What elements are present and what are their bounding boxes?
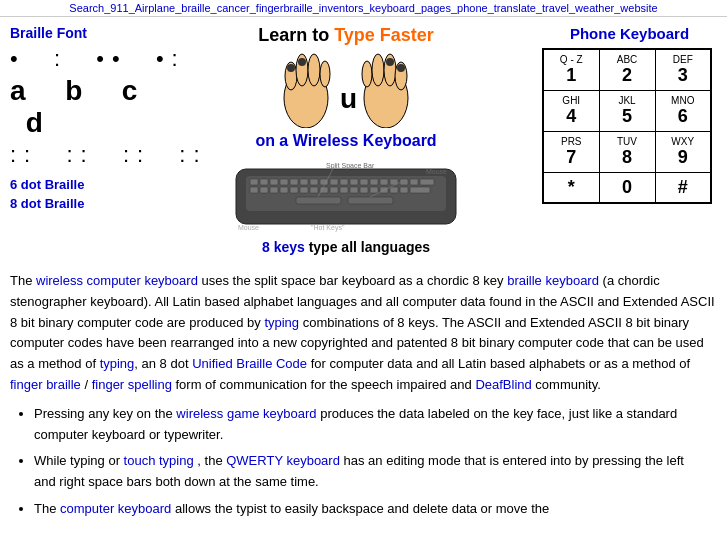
phone-key-def3-letters: DEF [658,54,709,65]
phone-key-abc2-number: 2 [602,65,653,86]
phone-key-mno6-letters: MNO [658,95,709,106]
phone-key-mno6-number: 6 [658,106,709,127]
svg-point-8 [362,61,372,87]
phone-key-star-number: * [546,177,597,198]
svg-rect-21 [290,179,298,185]
title-type-faster: Type Faster [334,25,434,45]
svg-rect-43 [330,187,338,193]
svg-rect-51 [410,187,430,193]
phone-key-tuv8-letters: TUV [602,136,653,147]
deafblind-link[interactable]: DeafBlind [475,377,531,392]
phone-key-wxy9-letters: WXY [658,136,709,147]
svg-rect-28 [360,179,368,185]
svg-rect-22 [300,179,308,185]
braille-letters: a b c d [10,75,150,139]
svg-point-13 [397,64,405,72]
bullet-item-1: Pressing any key on the wireless game ke… [34,404,707,446]
svg-text:Split Space Bar: Split Space Bar [326,162,375,170]
title-learn: Learn to [258,25,334,45]
svg-rect-52 [296,197,341,204]
typing-link-2[interactable]: typing [100,356,135,371]
phone-key-jkl5: JKL 5 [599,91,655,132]
finger-braille-link[interactable]: finger braille [10,377,81,392]
phone-key-ghi4-letters: GHI [546,95,597,106]
type-all-label: type all languages [305,239,430,255]
qwerty-keyboard-link[interactable]: QWERTY keyboard [226,453,340,468]
bullet-list: Pressing any key on the wireless game ke… [10,404,717,520]
svg-rect-49 [390,187,398,193]
finger-spelling-link[interactable]: finger spelling [92,377,172,392]
touch-typing-link[interactable]: touch typing [124,453,194,468]
top-bar-link[interactable]: Search_911_Airplane_braille_cancer_finge… [69,2,657,14]
svg-rect-26 [340,179,348,185]
phone-key-def3-number: 3 [658,65,709,86]
svg-rect-17 [250,179,258,185]
phone-row-4: * 0 # [543,173,711,204]
svg-rect-42 [320,187,328,193]
hands-svg: u [246,48,446,128]
svg-rect-29 [370,179,378,185]
braille-6dot-link[interactable]: 6 dot Braille [10,177,150,192]
phone-key-hash: # [655,173,711,204]
main-content: Braille Font • : •• •: a b c d :: :: :: … [0,17,727,263]
braille-dots-bottom: :: :: :: :: [10,143,150,167]
phone-keyboard-grid: Q - Z 1 ABC 2 DEF 3 GHI 4 [542,48,712,204]
typing-link-1[interactable]: typing [264,315,299,330]
eight-keys-text: 8 keys [262,239,305,255]
phone-key-prs7-number: 7 [546,147,597,168]
phone-key-0-number: 0 [602,177,653,198]
hands-illustration: u [246,48,446,128]
svg-text:Mouse: Mouse [238,224,259,231]
phone-key-abc2: ABC 2 [599,49,655,91]
keyboard-illustration-wrapper: Mouse Split Space Bar Mouse "Hot Keys" [226,154,466,237]
svg-text:Mouse: Mouse [426,168,447,175]
svg-point-3 [308,54,320,86]
svg-rect-27 [350,179,358,185]
svg-rect-25 [330,179,338,185]
phone-key-jkl5-number: 5 [602,106,653,127]
svg-rect-41 [310,187,318,193]
phone-key-ghi4: GHI 4 [543,91,599,132]
svg-rect-36 [260,187,268,193]
wireless-game-keyboard-link[interactable]: wireless game keyboard [176,406,316,421]
svg-rect-35 [250,187,258,193]
wireless-keyboard-label: on a Wireless Keyboard [160,132,532,150]
phone-row-3: PRS 7 TUV 8 WXY 9 [543,132,711,173]
phone-key-qz1-letters: Q - Z [546,54,597,65]
svg-point-4 [320,61,330,87]
svg-rect-23 [310,179,318,185]
svg-point-5 [287,64,295,72]
wireless-keyboard-link[interactable]: wireless computer keyboard [36,273,198,288]
svg-rect-37 [270,187,278,193]
svg-rect-39 [290,187,298,193]
braille-keyboard-link[interactable]: braille keyboard [507,273,599,288]
svg-point-9 [372,54,384,86]
phone-key-star: * [543,173,599,204]
phone-key-tuv8-number: 8 [602,147,653,168]
braille-8dot-link[interactable]: 8 dot Braille [10,196,150,211]
bullet-item-2: While typing or touch typing , the QWERT… [34,451,707,493]
keyboard-device-svg: Mouse Split Space Bar Mouse "Hot Keys" [226,154,466,234]
phone-key-abc2-letters: ABC [602,54,653,65]
phone-key-qz1-number: 1 [546,65,597,86]
eight-keys-label: 8 keys type all languages [160,239,532,255]
svg-rect-50 [400,187,408,193]
svg-rect-20 [280,179,288,185]
description-area: The wireless computer keyboard uses the … [0,263,727,534]
right-panel: Phone Keyboard Q - Z 1 ABC 2 DEF 3 [542,25,717,255]
svg-rect-32 [400,179,408,185]
svg-rect-34 [420,179,434,185]
description-para-1: The wireless computer keyboard uses the … [10,271,717,396]
phone-key-prs7-letters: PRS [546,136,597,147]
phone-key-prs7: PRS 7 [543,132,599,173]
svg-rect-18 [260,179,268,185]
svg-text:"Hot Keys": "Hot Keys" [311,224,345,232]
unified-braille-link[interactable]: Unified Braille Code [192,356,307,371]
svg-text:u: u [340,83,357,114]
phone-key-0: 0 [599,173,655,204]
computer-keyboard-link[interactable]: computer keyboard [60,501,171,516]
svg-rect-47 [370,187,378,193]
svg-rect-24 [320,179,328,185]
phone-keyboard-title: Phone Keyboard [542,25,717,42]
svg-rect-44 [340,187,348,193]
